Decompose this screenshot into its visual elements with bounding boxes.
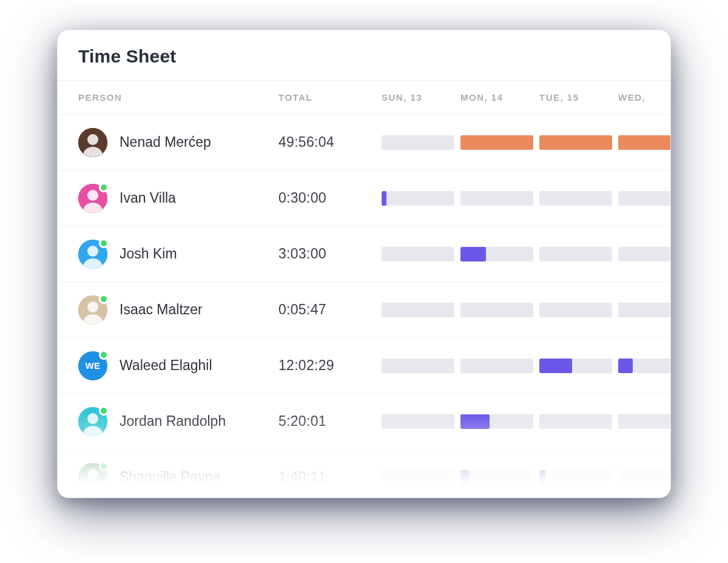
avatar[interactable] bbox=[78, 128, 107, 157]
time-bar bbox=[539, 247, 612, 261]
day-cell[interactable] bbox=[382, 191, 460, 206]
day-cell[interactable] bbox=[618, 470, 670, 485]
time-bar bbox=[539, 191, 612, 206]
person-name: Jordan Randolph bbox=[120, 413, 226, 430]
day-cell[interactable] bbox=[382, 359, 460, 373]
total-time: 0:05:47 bbox=[278, 302, 382, 318]
day-cell[interactable] bbox=[382, 470, 460, 485]
svg-point-6 bbox=[87, 190, 98, 201]
presence-indicator-icon bbox=[99, 183, 109, 192]
time-bar-fill bbox=[460, 135, 533, 150]
time-bar bbox=[460, 303, 533, 317]
person-name: Isaac Maltzer bbox=[120, 302, 203, 318]
page-title: Time Sheet bbox=[78, 46, 650, 67]
table-row[interactable]: Ivan Villa0:30:00 bbox=[58, 170, 670, 226]
table-header-row: Person Total Sun, 13 Mon, 14 Tue, 15 Wed… bbox=[58, 80, 670, 114]
time-bar bbox=[382, 247, 454, 261]
day-cell[interactable] bbox=[382, 135, 460, 150]
timesheet-card: Time Sheet Person Total Sun, 13 Mon, 14 … bbox=[58, 30, 670, 497]
day-cell[interactable] bbox=[382, 247, 460, 261]
table-row[interactable]: Nenad Merćep49:56:04 bbox=[58, 114, 670, 170]
time-bar bbox=[460, 414, 533, 429]
day-cell[interactable] bbox=[460, 247, 539, 261]
time-bar bbox=[382, 359, 454, 373]
column-header-day-3[interactable]: Wed, bbox=[618, 92, 670, 103]
time-bar bbox=[539, 303, 612, 317]
time-bar-fill bbox=[539, 135, 612, 150]
day-cell[interactable] bbox=[460, 191, 539, 206]
time-bar bbox=[539, 470, 612, 485]
time-bar bbox=[618, 359, 670, 373]
presence-indicator-icon bbox=[99, 350, 109, 360]
avatar[interactable] bbox=[78, 295, 107, 325]
time-bar bbox=[618, 191, 670, 206]
day-cell[interactable] bbox=[460, 414, 539, 429]
day-cell[interactable] bbox=[618, 414, 670, 429]
day-cell[interactable] bbox=[539, 359, 618, 373]
person-name: Ivan Villa bbox=[120, 190, 176, 206]
total-time: 0:30:00 bbox=[278, 190, 382, 206]
column-header-day-2[interactable]: Tue, 15 bbox=[539, 92, 618, 103]
day-cell[interactable] bbox=[618, 359, 670, 373]
table-row[interactable]: Jordan Randolph5:20:01 bbox=[58, 393, 670, 449]
time-bar bbox=[539, 359, 612, 373]
day-cell[interactable] bbox=[618, 191, 670, 206]
day-cell[interactable] bbox=[382, 303, 460, 317]
day-cell[interactable] bbox=[460, 135, 539, 150]
day-cell[interactable] bbox=[539, 135, 618, 150]
presence-indicator-icon bbox=[99, 462, 109, 471]
day-cell[interactable] bbox=[618, 247, 670, 261]
time-bar-fill bbox=[618, 359, 633, 373]
presence-indicator-icon bbox=[99, 238, 109, 248]
person-cell: Nenad Merćep bbox=[78, 128, 278, 157]
table-row[interactable]: Isaac Maltzer0:05:47 bbox=[58, 282, 670, 337]
day-cell[interactable] bbox=[539, 470, 618, 485]
card-header: Time Sheet bbox=[58, 30, 670, 80]
avatar[interactable] bbox=[78, 240, 107, 269]
svg-point-2 bbox=[87, 134, 98, 145]
time-bar-fill bbox=[460, 470, 469, 485]
day-cell[interactable] bbox=[460, 359, 539, 373]
avatar[interactable]: WE bbox=[78, 351, 107, 380]
time-bar bbox=[539, 135, 612, 150]
day-cell[interactable] bbox=[382, 414, 460, 429]
svg-point-14 bbox=[87, 302, 98, 312]
day-cell[interactable] bbox=[539, 191, 618, 206]
column-header-day-0[interactable]: Sun, 13 bbox=[382, 92, 460, 103]
time-bar bbox=[618, 414, 670, 429]
time-bar bbox=[618, 470, 670, 485]
time-bar bbox=[460, 135, 533, 150]
time-bar bbox=[539, 414, 612, 429]
day-cell[interactable] bbox=[460, 303, 539, 317]
svg-point-22 bbox=[87, 469, 98, 480]
column-header-person[interactable]: Person bbox=[78, 92, 278, 103]
person-cell: Jordan Randolph bbox=[78, 407, 278, 436]
table-row[interactable]: WEWaleed Elaghil12:02:29 bbox=[58, 337, 670, 393]
time-bar-fill bbox=[460, 414, 490, 429]
table-row[interactable]: Shaquille Payne1:40:11 bbox=[58, 449, 670, 497]
time-bar bbox=[618, 303, 670, 317]
day-cell[interactable] bbox=[539, 303, 618, 317]
presence-indicator-icon bbox=[99, 294, 109, 304]
total-time: 3:03:00 bbox=[278, 246, 382, 262]
table-row[interactable]: Josh Kim3:03:00 bbox=[58, 226, 670, 282]
avatar[interactable] bbox=[78, 184, 107, 213]
day-cell[interactable] bbox=[539, 247, 618, 261]
column-header-total[interactable]: Total bbox=[278, 92, 382, 103]
day-cell[interactable] bbox=[460, 470, 539, 485]
day-cell[interactable] bbox=[618, 135, 670, 150]
time-bar-fill bbox=[382, 191, 386, 206]
total-time: 1:40:11 bbox=[278, 469, 382, 485]
total-time: 12:02:29 bbox=[278, 357, 382, 374]
time-bar bbox=[382, 191, 454, 206]
day-cell[interactable] bbox=[618, 303, 670, 317]
time-bar bbox=[382, 414, 454, 429]
day-cell[interactable] bbox=[539, 414, 618, 429]
avatar[interactable] bbox=[78, 407, 107, 436]
person-name: Josh Kim bbox=[120, 246, 177, 262]
column-header-day-1[interactable]: Mon, 14 bbox=[460, 92, 539, 103]
time-bar-fill bbox=[539, 359, 572, 373]
avatar[interactable] bbox=[78, 463, 107, 492]
person-cell: Ivan Villa bbox=[78, 184, 278, 213]
time-bar-fill bbox=[460, 247, 486, 261]
